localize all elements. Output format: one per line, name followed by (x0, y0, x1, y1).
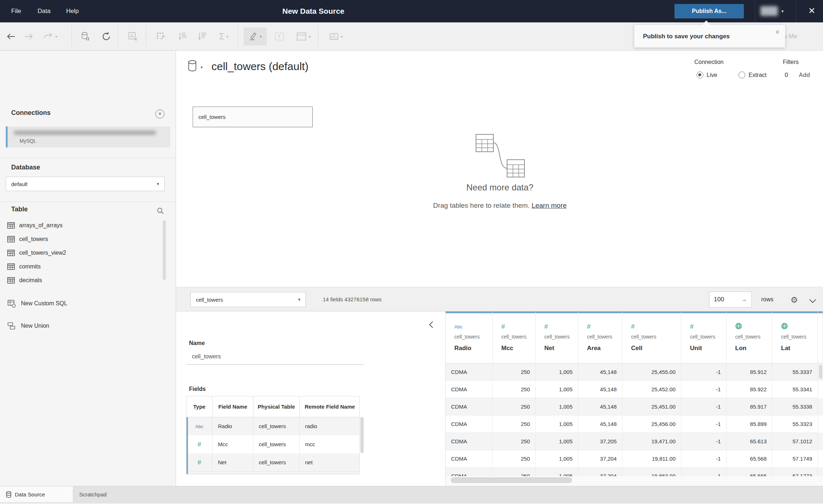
tab-data-source[interactable]: Data Source (0, 486, 73, 503)
menu-help[interactable]: Help (64, 0, 81, 22)
fields-table-scrollbar[interactable] (360, 417, 364, 453)
totals-icon[interactable]: Σ ▾ (213, 22, 235, 51)
clear-sheet-icon[interactable] (124, 22, 142, 51)
text-annotation-icon[interactable]: T (270, 22, 288, 51)
table-search-icon[interactable] (157, 207, 164, 216)
grid-cell: 25,455.00 (622, 363, 681, 381)
grid-cell: 85.899 (726, 415, 772, 433)
filters-add-button[interactable]: Add (799, 72, 810, 78)
datasource-title: cell_towers (default) (211, 60, 308, 73)
panel-collapse-icon[interactable] (429, 321, 436, 328)
highlight-icon[interactable]: ▾ (244, 27, 267, 46)
redo-icon[interactable] (21, 22, 37, 51)
grid-collapse-chevron-icon[interactable] (809, 296, 816, 303)
new-custom-sql-label: New Custom SQL (21, 300, 67, 307)
table-list-scrollbar[interactable] (163, 220, 166, 280)
grid-vscroll-thumb[interactable] (819, 365, 822, 379)
grid-cell: 37,205 (578, 433, 622, 450)
grid-row-2[interactable]: CDMA2501,00545,14825,452.00-185.92255.33… (446, 381, 823, 398)
datasource-caret-icon[interactable]: ▾ (201, 65, 203, 70)
sidebar-table-item-cell_towers[interactable]: cell_towers (7, 232, 159, 246)
grid-row-3[interactable]: CDMA2501,00545,14825,451.00-185.91755.33… (446, 398, 823, 415)
grid-column-header-Cell[interactable]: cell_towersCell# (622, 311, 681, 363)
highlight-caret-icon[interactable]: ▾ (260, 34, 262, 39)
fit-layout-caret-icon[interactable]: ▾ (309, 34, 311, 39)
sidebar-table-item-arrays_of_arrays[interactable]: arrays_of_arrays (7, 219, 159, 232)
publish-as-button[interactable]: Publish As... (674, 4, 744, 18)
string-type-icon: Abc (454, 324, 462, 329)
window-close-icon[interactable]: ✕ (805, 0, 818, 22)
user-avatar[interactable] (760, 6, 778, 16)
grid-column-header-Mcc[interactable]: cell_towersMcc# (493, 311, 536, 363)
refresh-icon[interactable] (98, 22, 115, 51)
row-count-input[interactable]: 100 → (709, 292, 752, 307)
connection-live-radio[interactable]: Live (696, 72, 717, 78)
column-accent-bar (536, 311, 578, 313)
rows-label: rows (761, 287, 773, 312)
undo-icon[interactable] (3, 22, 19, 51)
database-select-value: default (11, 181, 27, 187)
sidebar-table-item-decimals[interactable]: decimals (7, 273, 159, 287)
column-name: Lat (781, 345, 790, 352)
grid-table-select[interactable]: cell_towers ▾ (190, 292, 306, 307)
datasource-db-icon[interactable] (188, 60, 198, 74)
show-mark-labels-caret-icon[interactable]: ▾ (341, 34, 343, 39)
database-select[interactable]: default ▾ (6, 177, 164, 191)
field-type-cell: Abc (187, 417, 213, 435)
grid-row-6[interactable]: CDMA2501,00537,20419,811.00-165.56857.17… (446, 450, 823, 468)
menu-file[interactable]: File (9, 0, 23, 22)
fit-layout-icon[interactable]: ▾ (291, 22, 315, 51)
fields-row-Mcc[interactable]: #Mcccell_towersmcc (187, 435, 359, 453)
totals-caret-icon[interactable]: ▾ (226, 34, 228, 39)
filters-section-label: Filters (783, 59, 799, 65)
connections-title: Connections (11, 109, 51, 117)
tab-scratchpad[interactable]: Scratchpad (79, 486, 107, 503)
grid-column-header-Lat[interactable]: cell_towersLat (772, 311, 818, 363)
grid-cell: -1 (681, 433, 726, 450)
drag-tables-text: Drag tables here to relate them. (433, 202, 530, 209)
column-accent-bar (493, 311, 535, 313)
grid-column-header-Lon[interactable]: cell_towersLon (726, 311, 772, 363)
column-name: Radio (454, 345, 471, 352)
table-node-cell-towers[interactable]: cell_towers (193, 107, 313, 127)
publish-tooltip: Publish to save your changes ✕ (634, 25, 785, 48)
grid-row-4[interactable]: CDMA2501,00545,14825,456.00-185.89955.33… (446, 415, 823, 433)
swap-rows-columns-icon[interactable] (152, 22, 171, 51)
sort-ascending-icon[interactable] (174, 22, 192, 51)
pause-auto-updates-icon[interactable] (77, 22, 94, 51)
grid-column-header-Unit[interactable]: cell_towersUnit# (681, 311, 726, 363)
sidebar-table-item-commits[interactable]: commits (7, 260, 159, 273)
grid-column-header-Area[interactable]: cell_towersArea# (578, 311, 622, 363)
user-menu-caret-icon[interactable]: ▾ (781, 0, 784, 22)
column-name: Net (544, 345, 554, 352)
row-count-go-icon[interactable]: → (741, 296, 747, 303)
grid-cell: 250 (493, 363, 536, 381)
menu-data[interactable]: Data (35, 0, 53, 22)
grid-row-1[interactable]: CDMA2501,00545,14825,455.00-185.91255.33… (446, 363, 823, 381)
replay-icon[interactable]: ▾ (40, 22, 61, 51)
add-connection-icon[interactable]: + (155, 109, 164, 119)
learn-more-link[interactable]: Learn more (532, 202, 567, 209)
fields-row-Radio[interactable]: AbcRadiocell_towersradio (187, 417, 359, 435)
name-input[interactable]: cell_towers (192, 353, 221, 360)
grid-column-header-Radio[interactable]: cell_towersRadioAbc (446, 311, 493, 363)
new-custom-sql-button[interactable]: New Custom SQL (7, 296, 163, 311)
column-name: Unit (690, 345, 702, 352)
radio-extract-icon[interactable] (738, 72, 745, 78)
column-source-label: cell_towers (544, 334, 570, 340)
grid-cell: CDMA (446, 415, 493, 433)
radio-live-icon[interactable] (696, 72, 703, 78)
grid-column-header-Net[interactable]: cell_towersNet# (536, 311, 578, 363)
new-union-button[interactable]: New Union (7, 319, 163, 333)
show-mark-labels-icon[interactable]: ▾ (324, 22, 348, 51)
replay-caret-icon[interactable]: ▾ (55, 34, 57, 39)
connection-item[interactable]: MySQL (6, 126, 170, 147)
connection-extract-radio[interactable]: Extract (738, 72, 767, 78)
sidebar-table-item-cell_towers_view2[interactable]: cell_towers_view2 (7, 246, 159, 260)
grid-hscroll-thumb[interactable] (451, 477, 572, 483)
grid-row-5[interactable]: CDMA2501,00537,20519,471.00-165.61357.10… (446, 433, 823, 450)
sort-descending-icon[interactable] (194, 22, 211, 51)
tooltip-close-icon[interactable]: ✕ (775, 29, 780, 36)
fields-row-Net[interactable]: #Netcell_towersnet (187, 453, 359, 471)
grid-settings-gear-icon[interactable]: ⚙ (790, 287, 798, 312)
